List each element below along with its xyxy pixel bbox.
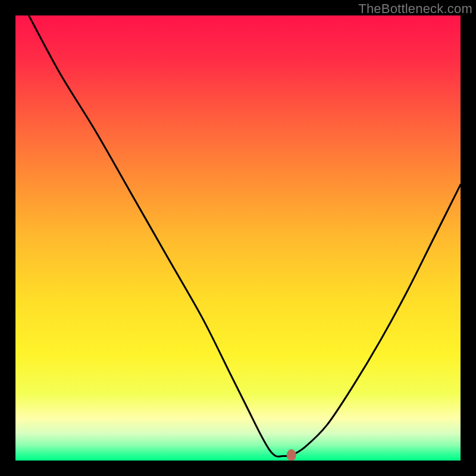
credit-label: TheBottleneck.com	[358, 1, 472, 17]
bottleneck-curve	[29, 15, 461, 456]
plot-area	[15, 15, 461, 461]
curve-layer	[15, 15, 461, 461]
valley-marker	[287, 449, 296, 461]
frame: TheBottleneck.com	[0, 0, 476, 476]
